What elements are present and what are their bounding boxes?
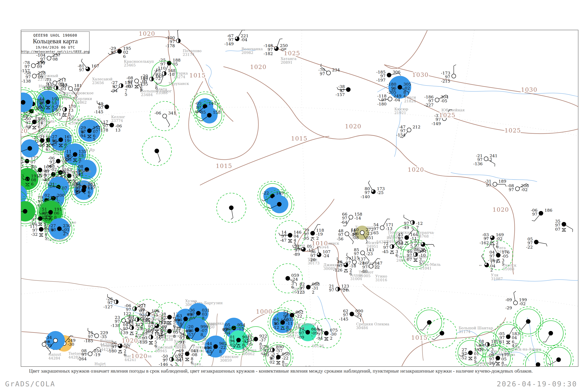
low-cloud-symbol [118,350,122,353]
isobar-label: 1015 [216,162,232,169]
plot-text: -02 [519,302,526,306]
isobar-label: 1030 [412,71,429,78]
plot-text: -135 [138,340,148,344]
plot-text: 2 [490,268,493,272]
cloud-cover-disc [536,362,540,367]
plot-text: 5 [93,137,96,142]
plot-text: 30862 [243,352,254,356]
plot-text: 2 [312,290,314,294]
plot-text: -136 [473,162,482,166]
plot-text: -22 [262,191,269,196]
station-plot: 059-2436Чара30372 [273,264,304,294]
plot-text: ✻ [51,228,54,232]
plot-text: ∿ [340,88,343,93]
station-plot: -3897-157∿ [336,84,350,97]
plot-text: 23484 [141,92,153,97]
plot-text: -32 [31,232,38,237]
cloud-cover-disc [178,39,180,43]
plot-text: 2 [490,158,492,162]
plot-text: -24 [341,288,348,292]
plot-text: 21921 [394,110,406,115]
map-source-url: http://meteocenter.net/circ/UEEE.png [21,50,89,54]
plot-text: -182 [264,51,273,56]
cloud-cover-disc [172,357,174,362]
station-plot: -2697-127 [104,294,118,309]
plot-text: -20 [309,258,316,262]
plot-text: 09 [37,64,42,69]
cloud-cover-disc [38,216,42,221]
station-plot: 6297-145090-22Средняя Олекма30484 [339,309,389,330]
plot-text: -29 [505,306,512,310]
low-cloud-symbol [186,358,189,361]
isobar-label: 1015 [411,334,428,341]
plot-text: 189 [498,179,506,184]
cloud-cover-disc [122,318,126,322]
plot-text: 30664 [293,326,305,330]
cloud-cover-disc [326,71,331,75]
low-cloud-symbol [414,259,417,262]
low-cloud-symbol [324,338,328,340]
plot-text: ✻ [270,356,273,361]
plot-text: 22 [374,265,380,270]
cloud-cover-disc [13,183,18,188]
low-cloud-symbol [130,332,134,335]
station-plot [536,318,566,348]
cloud-cover-disc [25,159,29,163]
cloud-cover-disc [288,233,292,237]
cloud-cover-disc [110,123,114,127]
plot-text: 09 [38,75,43,80]
plot-text: 200 [57,193,65,198]
plot-text: ∿ [113,85,116,90]
plot-text: 23383 [156,90,168,95]
cloud-cover-disc [116,300,118,304]
plot-text: -04 [394,98,400,102]
cloud-cover-disc [534,240,538,244]
cloud-cover-disc [185,352,189,356]
plot-text: 6 [31,182,34,186]
plot-text: 05 [173,62,178,66]
plot-text: 30673 [287,334,299,338]
cloud-cover-disc [311,231,315,236]
plot-text: ✻✻ [186,312,193,317]
map-datetime: 19/04/2026 06 UTC [21,45,89,50]
plot-text: 97 [79,68,84,72]
plot-text: 167 [91,64,99,68]
cloud-cover-disc [526,320,530,324]
station-plot: -17397-215 [441,65,456,84]
low-cloud-symbol [149,342,153,344]
station-label: 54273 [376,240,388,244]
low-cloud-symbol [63,114,66,116]
plot-text: 186 [50,195,58,200]
plot-text: 97 [532,212,538,216]
plot-text: 24768 [417,234,429,238]
low-cloud-symbol [390,251,394,254]
map-layers: -10497-17723708-7897-15723609Радужный237… [0,29,578,379]
cloud-cover-disc [361,251,365,255]
plot-text: -02 [521,188,528,192]
cloud-cover-disc [95,334,99,338]
plot-text: -47 [280,238,286,243]
plot-text: 97 [329,288,334,292]
cloud-cover-disc [13,183,18,188]
plot-text: 341 [168,111,176,116]
plot-text: 31087 [491,276,503,281]
plot-text: 30484 [356,326,368,330]
country-border-line [21,278,110,290]
plot-text: -24 [322,254,329,258]
plot-text: Оха [512,344,520,349]
plot-text: Каргасок [37,112,56,116]
cloud-cover-disc [121,84,123,88]
isobar-label: 1020 [492,206,509,213]
plot-text: -09 [311,331,318,336]
isobar-label: 1025 [284,50,300,57]
plot-text: -68 [38,143,45,148]
plot-text: 23174 [183,52,194,57]
cloud-cover-disc [276,355,280,359]
plot-text: 234 [332,68,340,72]
plot-text: 158 [213,110,221,115]
plot-text: 149 [155,74,163,78]
plot-text: -47 [60,83,67,88]
plot-text: 31088 [502,267,514,271]
cloud-cover-disc [53,81,57,85]
cloud-cover-disc [549,331,553,335]
